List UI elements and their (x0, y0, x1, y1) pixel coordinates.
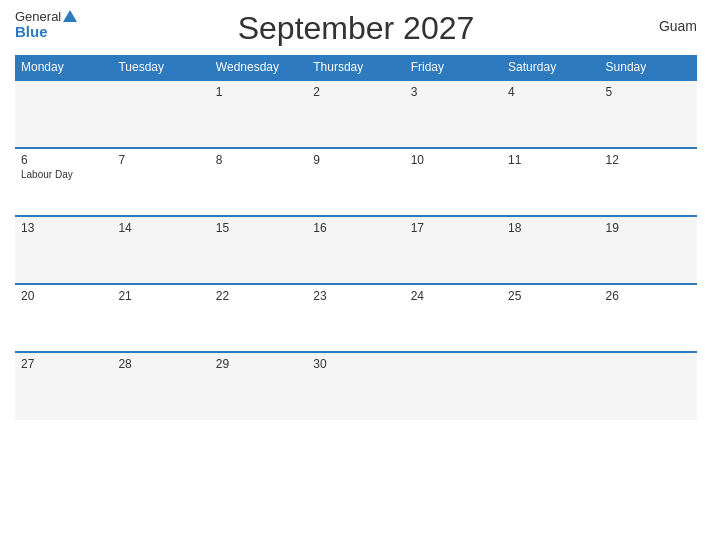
day-number: 28 (118, 357, 203, 371)
calendar-cell: 26 (600, 284, 697, 352)
calendar-cell: 3 (405, 80, 502, 148)
day-number: 21 (118, 289, 203, 303)
calendar-cell: 5 (600, 80, 697, 148)
logo-general-text: General (15, 10, 77, 24)
calendar-cell: 8 (210, 148, 307, 216)
calendar-cell: 18 (502, 216, 599, 284)
calendar-container: General Blue September 2027 Guam Monday … (0, 0, 712, 550)
calendar-cell: 13 (15, 216, 112, 284)
calendar-cell (502, 352, 599, 420)
day-number: 30 (313, 357, 398, 371)
calendar-cell: 16 (307, 216, 404, 284)
calendar-cell: 24 (405, 284, 502, 352)
calendar-cell: 7 (112, 148, 209, 216)
day-number: 18 (508, 221, 593, 235)
calendar-cell: 17 (405, 216, 502, 284)
calendar-header: General Blue September 2027 Guam (15, 10, 697, 47)
day-number: 15 (216, 221, 301, 235)
calendar-week-3: 13141516171819 (15, 216, 697, 284)
calendar-cell: 20 (15, 284, 112, 352)
calendar-cell: 29 (210, 352, 307, 420)
calendar-cell: 23 (307, 284, 404, 352)
month-title: September 2027 (238, 10, 475, 47)
calendar-cell: 27 (15, 352, 112, 420)
day-number: 20 (21, 289, 106, 303)
calendar-cell: 25 (502, 284, 599, 352)
calendar-table: Monday Tuesday Wednesday Thursday Friday… (15, 55, 697, 420)
day-number: 4 (508, 85, 593, 99)
day-number: 26 (606, 289, 691, 303)
calendar-cell: 2 (307, 80, 404, 148)
day-number: 1 (216, 85, 301, 99)
calendar-cell: 19 (600, 216, 697, 284)
day-number: 11 (508, 153, 593, 167)
calendar-cell (112, 80, 209, 148)
col-sunday: Sunday (600, 55, 697, 80)
day-number: 16 (313, 221, 398, 235)
calendar-cell: 10 (405, 148, 502, 216)
calendar-cell: 22 (210, 284, 307, 352)
calendar-week-2: 6Labour Day789101112 (15, 148, 697, 216)
day-number: 23 (313, 289, 398, 303)
calendar-body: 123456Labour Day789101112131415161718192… (15, 80, 697, 420)
calendar-cell: 14 (112, 216, 209, 284)
day-number: 6 (21, 153, 106, 167)
calendar-cell: 6Labour Day (15, 148, 112, 216)
day-number: 3 (411, 85, 496, 99)
day-number: 12 (606, 153, 691, 167)
event-label: Labour Day (21, 169, 106, 180)
day-number: 29 (216, 357, 301, 371)
calendar-cell: 1 (210, 80, 307, 148)
day-number: 27 (21, 357, 106, 371)
day-number: 17 (411, 221, 496, 235)
calendar-week-4: 20212223242526 (15, 284, 697, 352)
calendar-cell (15, 80, 112, 148)
day-number: 2 (313, 85, 398, 99)
day-number: 14 (118, 221, 203, 235)
calendar-cell (405, 352, 502, 420)
day-number: 22 (216, 289, 301, 303)
calendar-week-5: 27282930 (15, 352, 697, 420)
logo: General Blue (15, 10, 77, 41)
col-thursday: Thursday (307, 55, 404, 80)
col-monday: Monday (15, 55, 112, 80)
day-number: 24 (411, 289, 496, 303)
day-header-row: Monday Tuesday Wednesday Thursday Friday… (15, 55, 697, 80)
calendar-cell: 4 (502, 80, 599, 148)
calendar-cell: 12 (600, 148, 697, 216)
logo-triangle-icon (63, 10, 77, 22)
calendar-cell (600, 352, 697, 420)
day-number: 7 (118, 153, 203, 167)
calendar-week-1: 12345 (15, 80, 697, 148)
day-number: 8 (216, 153, 301, 167)
day-number: 25 (508, 289, 593, 303)
calendar-cell: 15 (210, 216, 307, 284)
calendar-cell: 30 (307, 352, 404, 420)
calendar-cell: 11 (502, 148, 599, 216)
day-number: 13 (21, 221, 106, 235)
day-number: 5 (606, 85, 691, 99)
col-tuesday: Tuesday (112, 55, 209, 80)
day-number: 9 (313, 153, 398, 167)
calendar-cell: 21 (112, 284, 209, 352)
col-friday: Friday (405, 55, 502, 80)
day-number: 10 (411, 153, 496, 167)
day-number: 19 (606, 221, 691, 235)
logo-blue-text: Blue (15, 24, 77, 41)
calendar-cell: 9 (307, 148, 404, 216)
col-saturday: Saturday (502, 55, 599, 80)
col-wednesday: Wednesday (210, 55, 307, 80)
region-label: Guam (659, 18, 697, 34)
calendar-cell: 28 (112, 352, 209, 420)
